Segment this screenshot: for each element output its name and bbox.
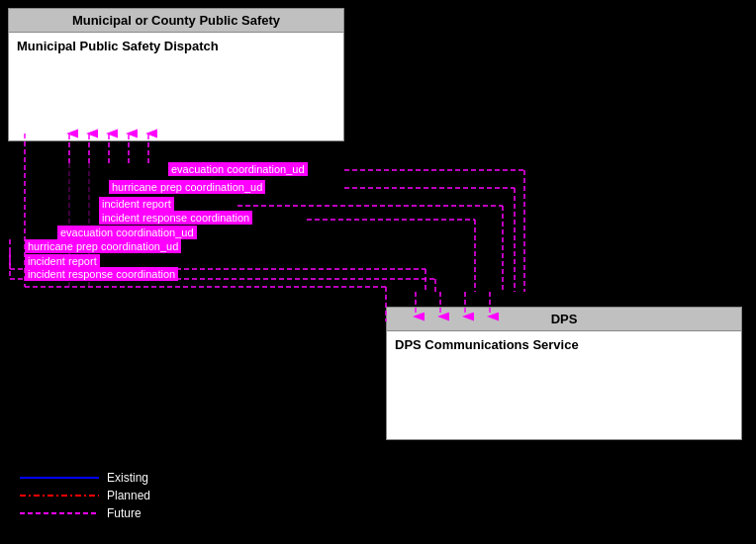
planned-label: Planned: [107, 489, 150, 502]
future-line-icon: [20, 507, 99, 519]
dps-header: DPS: [386, 307, 742, 331]
flow-label-incident-response-lower: incident response coordination: [25, 267, 178, 281]
flow-label-incident-report-lower: incident report: [25, 254, 100, 268]
municipal-box: Municipal or County Public Safety Munici…: [8, 8, 344, 141]
existing-line-icon: [20, 472, 99, 484]
flow-label-hurricane-upper: hurricane prep coordination_ud: [109, 180, 265, 194]
existing-label: Existing: [107, 471, 148, 485]
legend-existing: Existing: [20, 471, 150, 485]
dps-inner: DPS Communications Service: [386, 331, 742, 440]
diagram-container: Municipal or County Public Safety Munici…: [0, 0, 756, 544]
flow-label-incident-response-upper: incident response coordination: [99, 211, 252, 225]
municipal-inner: Municipal Public Safety Dispatch: [8, 33, 344, 141]
legend: Existing Planned Future: [20, 471, 150, 524]
dps-box: DPS DPS Communications Service: [386, 307, 742, 440]
legend-planned: Planned: [20, 489, 150, 502]
flow-label-evac-upper: evacuation coordination_ud: [168, 162, 308, 176]
flow-label-hurricane-lower: hurricane prep coordination_ud: [25, 239, 181, 253]
planned-line-icon: [20, 490, 99, 501]
future-label: Future: [107, 506, 142, 520]
legend-future: Future: [20, 506, 150, 520]
flow-label-evac-lower: evacuation coordination_ud: [57, 226, 197, 239]
municipal-header: Municipal or County Public Safety: [8, 8, 344, 33]
flow-label-incident-report-upper: incident report: [99, 197, 174, 211]
